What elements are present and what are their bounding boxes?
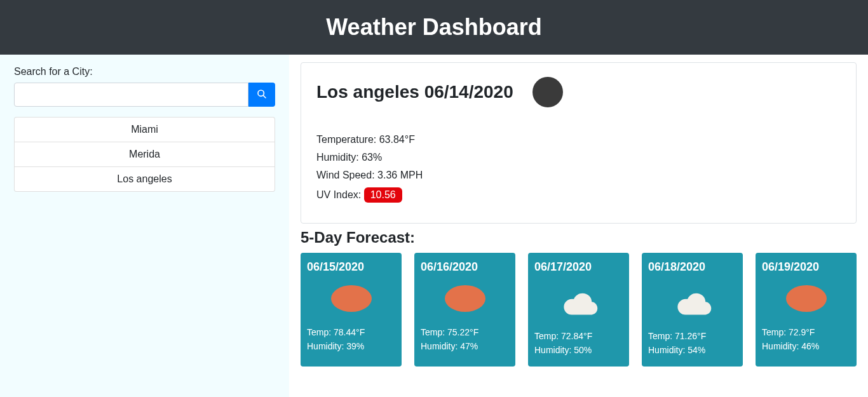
forecast-date: 06/16/2020 [421, 260, 509, 274]
svg-line-1 [263, 95, 266, 98]
main-container: Search for a City: Miami Merida Los ange… [0, 55, 868, 397]
forecast-title: 5-Day Forecast: [301, 229, 857, 246]
forecast-humidity: Humidity: 47% [421, 341, 509, 351]
current-title-row: Los angeles 06/14/2020 [316, 77, 841, 107]
search-button[interactable] [248, 83, 275, 107]
search-input[interactable] [14, 83, 248, 107]
history-item-merida[interactable]: Merida [15, 142, 275, 167]
cloud-icon [534, 285, 623, 316]
app-header: Weather Dashboard [0, 0, 868, 55]
history-item-los-angeles[interactable]: Los angeles [15, 167, 275, 191]
current-wind-speed: Wind Speed: 3.36 MPH [316, 170, 841, 181]
search-group [14, 83, 275, 107]
forecast-date: 06/18/2020 [648, 260, 736, 274]
forecast-temp: Temp: 72.84°F [534, 331, 623, 341]
sun-icon [307, 285, 395, 312]
current-city-date: Los angeles 06/14/2020 [316, 82, 513, 102]
current-date: 06/14/2020 [424, 82, 513, 102]
cloud-icon [648, 285, 736, 316]
search-icon [257, 89, 267, 101]
main-content: Los angeles 06/14/2020 Temperature: 63.8… [289, 55, 868, 397]
forecast-card-1: 06/16/2020 Temp: 75.22°F Humidity: 47% [414, 253, 515, 367]
forecast-card-2: 06/17/2020 Temp: 72.84°F Humidity: 50% [528, 253, 629, 367]
history-item-miami[interactable]: Miami [15, 118, 275, 142]
sidebar: Search for a City: Miami Merida Los ange… [0, 55, 289, 397]
current-city: Los angeles [316, 82, 419, 102]
current-uv-index: UV Index: 10.56 [316, 187, 841, 203]
current-weather-icon [532, 77, 563, 107]
forecast-date: 06/15/2020 [307, 260, 395, 274]
forecast-humidity: Humidity: 39% [307, 341, 395, 351]
forecast-humidity: Humidity: 46% [762, 341, 850, 351]
forecast-humidity: Humidity: 50% [534, 345, 623, 355]
sun-icon [762, 285, 850, 312]
forecast-humidity: Humidity: 54% [648, 345, 736, 355]
forecast-card-3: 06/18/2020 Temp: 71.26°F Humidity: 54% [642, 253, 743, 367]
uv-badge: 10.56 [364, 187, 402, 203]
forecast-row: 06/15/2020 Temp: 78.44°F Humidity: 39% 0… [301, 253, 857, 367]
sun-icon [421, 285, 509, 312]
forecast-card-0: 06/15/2020 Temp: 78.44°F Humidity: 39% [301, 253, 402, 367]
current-temperature: Temperature: 63.84°F [316, 134, 841, 145]
forecast-temp: Temp: 78.44°F [307, 327, 395, 337]
forecast-temp: Temp: 72.9°F [762, 327, 850, 337]
forecast-temp: Temp: 75.22°F [421, 327, 509, 337]
current-weather-card: Los angeles 06/14/2020 Temperature: 63.8… [301, 62, 857, 224]
history-list: Miami Merida Los angeles [14, 117, 275, 192]
forecast-card-4: 06/19/2020 Temp: 72.9°F Humidity: 46% [756, 253, 857, 367]
current-humidity: Humidity: 63% [316, 152, 841, 163]
search-label: Search for a City: [14, 66, 275, 77]
forecast-date: 06/19/2020 [762, 260, 850, 274]
forecast-temp: Temp: 71.26°F [648, 331, 736, 341]
forecast-date: 06/17/2020 [534, 260, 623, 274]
app-title: Weather Dashboard [0, 14, 868, 41]
